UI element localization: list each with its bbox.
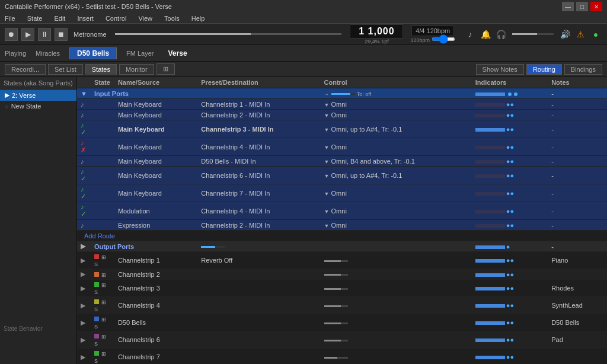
menu-tools[interactable]: Tools (162, 15, 182, 22)
volume-slider[interactable] (512, 33, 554, 35)
table-row: ▶ ⊞ S Channelstrip 7 ●● (77, 349, 607, 365)
ch4-expand[interactable]: ▶ (77, 297, 91, 314)
row-source-8: Modulation (114, 202, 197, 220)
ch4-preset (197, 297, 320, 314)
bpm-slider[interactable] (432, 37, 455, 41)
new-state-icon: ○ (5, 103, 9, 110)
d50-icons: ⊞ S (91, 314, 114, 331)
ch6-notes: Pad (548, 331, 607, 349)
sidebar-item-verse[interactable]: ▶ 2: Verse (0, 90, 76, 101)
maximize-button[interactable]: □ (576, 2, 588, 11)
ch3-expand[interactable]: ▶ (77, 280, 91, 297)
row-state-8 (91, 202, 114, 220)
app-title: Cantabile Performer (x64) - Setlist test… (5, 3, 172, 10)
table-row: ♪ ✓ Main Keyboard Channelstrip 7 - MIDI … (77, 184, 607, 202)
menu-state[interactable]: State (25, 15, 45, 22)
table-row: ▶ ⊞ S Channelstrip 6 ●● Pad (77, 331, 607, 349)
row-control-9: ▼ Omni (321, 220, 472, 231)
ch6-expand[interactable]: ▶ (77, 331, 91, 349)
ch3-name: Channelstrip 3 (114, 280, 197, 297)
ch6-indicators: ●● (472, 331, 548, 349)
song-name-button[interactable]: D50 Bells (69, 47, 117, 59)
ch7-expand[interactable]: ▶ (77, 349, 91, 365)
ch2-name: Channelstrip 2 (114, 269, 197, 280)
sub-tab-bindings[interactable]: Bindings (564, 64, 602, 75)
row-icon-7: ♪ ✓ (77, 184, 91, 202)
menu-control[interactable]: Control (103, 15, 129, 22)
row-icon-5: ♪ (77, 156, 91, 167)
add-route-link[interactable]: Add Route (81, 231, 119, 241)
transport-bar: ⏺ ▶ ⏸ ⏹ Metronome 1 1,000 29,4% 1pf 4/4 … (0, 24, 607, 45)
row-dest-9: Channelstrip 2 - MIDI In (197, 220, 320, 231)
output-ports-indicators: ● (472, 241, 548, 252)
ch1-indicators: ●● (472, 252, 548, 269)
power-icon[interactable]: ● (589, 28, 602, 41)
row-state-3 (91, 120, 114, 138)
row-dest-1: Channelstrip 1 - MIDI In (197, 99, 320, 110)
row-notes-2: - (548, 110, 607, 120)
row-dest-2: Channelstrip 2 - MIDI In (197, 110, 320, 120)
row-notes-8: - (548, 202, 607, 220)
music-note-icon[interactable]: ♪ (464, 28, 477, 41)
window-controls: — □ ✕ (562, 2, 602, 11)
sidebar: States (aka Song Parts) ▶ 2: Verse ○ New… (0, 77, 77, 364)
row-control-4: ▼ Omni (321, 138, 472, 156)
row-indicators-4: ●● (472, 138, 548, 156)
ch2-icons: ⊞ (91, 269, 114, 280)
ch6-control (321, 331, 472, 349)
sidebar-item-new-state[interactable]: ○ New State (0, 101, 76, 111)
table-row: ▶ ⊞ S Channelstrip 3 ●● Rhodes (77, 280, 607, 297)
close-button[interactable]: ✕ (590, 2, 602, 11)
menu-bar: File State Edit Insert Control View Tool… (0, 13, 607, 24)
d50-indicators: ●● (472, 314, 548, 331)
row-indicators-3: ●● (472, 120, 548, 138)
verse-item-label: 2: Verse (12, 92, 36, 99)
tab-recordings[interactable]: Recordi... (5, 64, 46, 75)
right-transport-icons: ♪ 🔔 🎧 🔊 ⚠ ● (464, 28, 602, 41)
menu-edit[interactable]: Edit (52, 15, 68, 22)
ch2-expand[interactable]: ▶ (77, 269, 91, 280)
play-button[interactable]: ▶ (21, 28, 34, 41)
row-state-5 (91, 156, 114, 167)
row-state-1 (91, 99, 114, 110)
sub-tab-show-notes[interactable]: Show Notes (476, 64, 524, 75)
menu-file[interactable]: File (2, 15, 18, 22)
row-state-4 (91, 138, 114, 156)
row-indicators-7: ●● (472, 184, 548, 202)
minimize-button[interactable]: — (562, 2, 574, 11)
bell-icon[interactable]: 🔔 (479, 28, 492, 41)
menu-view[interactable]: View (136, 15, 155, 22)
d50-expand[interactable]: ▶ (77, 314, 91, 331)
menu-help[interactable]: Help (189, 15, 207, 22)
ch1-expand[interactable]: ▶ (77, 252, 91, 269)
table-row: ▶ ⊞ S Channelstrip 4 ●● SynthLead (77, 297, 607, 314)
record-button[interactable]: ⏺ (5, 28, 18, 41)
row-state-7 (91, 184, 114, 202)
ch6-preset (197, 331, 320, 349)
verse-arrow-icon: ▶ (5, 91, 9, 99)
col-preset-dest: Preset/Destination (197, 77, 320, 88)
menu-insert[interactable]: Insert (75, 15, 96, 22)
row-icon-9: ♪ (77, 220, 91, 231)
tab-setlist[interactable]: Set List (48, 64, 83, 75)
input-ports-label: Input Ports (91, 88, 321, 99)
headphone-icon[interactable]: 🎧 (494, 28, 507, 41)
tab-grid[interactable]: ⊞ (156, 63, 175, 75)
time-sub: 29,4% 1pf (365, 39, 389, 44)
ch4-control (321, 297, 472, 314)
tab-monitor[interactable]: Monitor (119, 64, 154, 75)
ch3-control (321, 280, 472, 297)
ch1-notes: Piano (548, 252, 607, 269)
table-row: ♪ Expression Channelstrip 2 - MIDI In ▼ … (77, 220, 607, 231)
metronome-label: Metronome (74, 31, 107, 38)
stop-button[interactable]: ⏹ (55, 28, 68, 41)
table-row: ▶ ⊞ Channelstrip 2 ●● (77, 269, 607, 280)
volume-icon[interactable]: 🔊 (558, 28, 571, 41)
row-indicators-2: ●● (472, 110, 548, 120)
row-control-1: ▼ Omni (321, 99, 472, 110)
sub-tab-routing[interactable]: Routing (526, 64, 562, 75)
row-indicators-8: ●● (472, 202, 548, 220)
tab-states[interactable]: States (85, 64, 117, 75)
row-notes-1: - (548, 99, 607, 110)
pause-button[interactable]: ⏸ (38, 28, 51, 41)
